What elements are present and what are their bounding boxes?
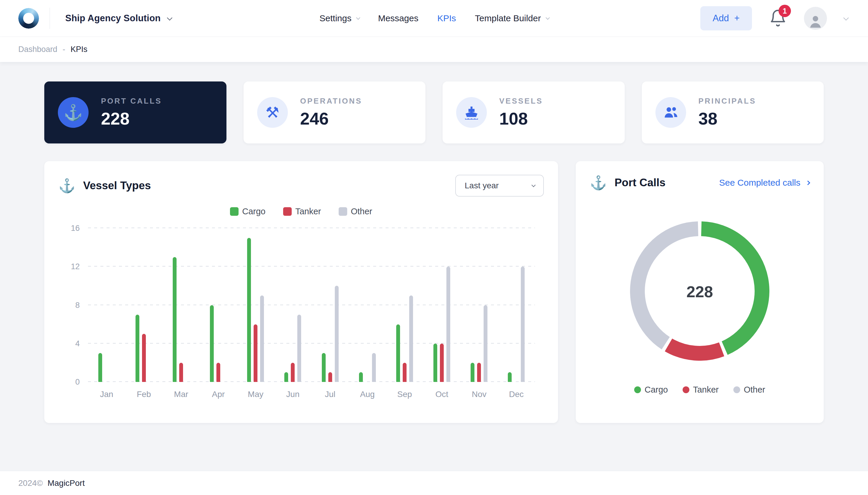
main-nav: SettingsMessagesKPIsTemplate Builder xyxy=(320,0,548,37)
bar-chart-legend: CargoTankerOther xyxy=(58,207,544,216)
anchor-icon: ⚓ xyxy=(58,97,89,128)
page-footer: 2024© MagicPort xyxy=(0,471,868,495)
bar-cargo-oct xyxy=(433,344,437,382)
nav-item-settings[interactable]: Settings xyxy=(320,13,359,23)
donut-legend: CargoTankerOther xyxy=(590,385,810,395)
kpi-card-value: 108 xyxy=(499,109,543,129)
nav-item-template-builder[interactable]: Template Builder xyxy=(475,13,548,23)
top-header: Ship Agency Solution SettingsMessagesKPI… xyxy=(0,0,868,37)
brand-name: Ship Agency Solution xyxy=(65,13,160,23)
legend-label: Tanker xyxy=(693,385,719,395)
breadcrumb-dashboard[interactable]: Dashboard xyxy=(18,45,57,54)
brand-dropdown[interactable]: Ship Agency Solution xyxy=(65,13,171,23)
legend-item-other[interactable]: Other xyxy=(339,207,372,216)
bar-tanker-feb xyxy=(142,334,146,382)
bar-group-aug xyxy=(349,228,386,382)
bar-cargo-jun xyxy=(284,372,288,382)
notifications-button[interactable]: 1 xyxy=(768,9,787,28)
kpi-card-label: PRINCIPALS xyxy=(699,97,756,106)
bar-other-jul xyxy=(335,286,339,382)
bar-group-jan xyxy=(88,228,125,382)
bar-tanker-sep xyxy=(403,363,407,382)
bar-other-sep xyxy=(409,295,413,382)
legend-item-tanker[interactable]: Tanker xyxy=(283,207,321,216)
y-axis-tick: 0 xyxy=(75,377,80,387)
people-icon xyxy=(656,97,686,128)
donut-legend-dot-cargo xyxy=(634,386,641,393)
plus-icon: + xyxy=(734,13,739,23)
x-axis-label-oct: Oct xyxy=(423,390,461,399)
period-select[interactable]: Last year xyxy=(455,175,544,197)
kpi-card-label: OPERATIONS xyxy=(300,97,362,106)
kpi-card-operations[interactable]: ⚒OPERATIONS246 xyxy=(243,82,426,143)
x-axis-label-nov: Nov xyxy=(461,390,498,399)
bar-cargo-apr xyxy=(210,305,214,382)
bar-tanker-apr xyxy=(217,363,220,382)
donut-chart: 228 xyxy=(630,221,769,362)
bar-cargo-mar xyxy=(173,257,176,382)
donut-center-value: 228 xyxy=(630,221,769,362)
bar-group-jul xyxy=(311,228,349,382)
bar-group-mar xyxy=(163,228,200,382)
donut-legend-item-tanker[interactable]: Tanker xyxy=(683,385,719,395)
header-divider xyxy=(50,8,50,29)
bar-cargo-feb xyxy=(136,315,139,382)
kpi-card-text: OPERATIONS246 xyxy=(300,97,362,129)
see-completed-calls-link[interactable]: See Completed calls xyxy=(719,178,810,188)
vessel-types-header: ⚓ Vessel Types Last year xyxy=(58,175,544,197)
chevron-down-icon xyxy=(356,16,360,20)
donut-legend-item-other[interactable]: Other xyxy=(733,385,765,395)
port-calls-header: ⚓ Port Calls See Completed calls xyxy=(590,175,810,191)
nav-item-kpis[interactable]: KPIs xyxy=(437,13,456,23)
nav-item-label: Settings xyxy=(320,13,351,23)
bar-tanker-mar xyxy=(179,363,183,382)
kpi-card-principals[interactable]: PRINCIPALS38 xyxy=(642,82,824,143)
kpi-card-value: 38 xyxy=(699,109,756,129)
port-calls-title: Port Calls xyxy=(614,176,665,189)
person-icon xyxy=(807,13,824,30)
legend-label: Other xyxy=(351,207,372,216)
breadcrumb-current: KPIs xyxy=(71,45,87,54)
bar-cargo-sep xyxy=(396,324,400,382)
bar-group-apr xyxy=(200,228,237,382)
charts-row: ⚓ Vessel Types Last year CargoTankerOthe… xyxy=(44,161,824,423)
user-avatar[interactable] xyxy=(804,7,827,30)
chevron-down-icon xyxy=(531,183,535,187)
see-completed-calls-label: See Completed calls xyxy=(719,178,800,188)
kpi-card-port-calls[interactable]: ⚓PORT CALLS228 xyxy=(44,82,226,143)
bar-other-aug xyxy=(372,353,376,382)
legend-item-cargo[interactable]: Cargo xyxy=(230,207,266,216)
x-axis-label-mar: Mar xyxy=(163,390,200,399)
vessel-types-title: Vessel Types xyxy=(83,180,151,192)
bar-group-jun xyxy=(274,228,311,382)
chevron-down-icon xyxy=(546,16,550,20)
avatar-chevron-down-icon[interactable] xyxy=(843,15,849,20)
donut-legend-dot-other xyxy=(733,386,740,393)
bar-cargo-may xyxy=(247,238,251,382)
vessel-types-card: ⚓ Vessel Types Last year CargoTankerOthe… xyxy=(44,161,558,423)
nav-item-messages[interactable]: Messages xyxy=(378,13,418,23)
y-axis-tick: 12 xyxy=(71,262,80,271)
bar-tanker-jun xyxy=(291,363,295,382)
kpi-card-value: 228 xyxy=(101,109,162,129)
bar-chart-plot: 0481216 xyxy=(88,228,535,382)
breadcrumb-separator: - xyxy=(63,45,65,54)
nav-item-label: KPIs xyxy=(437,13,456,23)
kpi-card-label: VESSELS xyxy=(499,97,543,106)
kpi-card-vessels[interactable]: VESSELS108 xyxy=(443,82,625,143)
donut-legend-dot-tanker xyxy=(683,386,690,393)
kpi-cards-row: ⚓PORT CALLS228⚒OPERATIONS246VESSELS108PR… xyxy=(44,82,824,143)
bar-group-dec xyxy=(498,228,535,382)
legend-label: Cargo xyxy=(645,385,668,395)
bar-tanker-oct xyxy=(440,344,444,382)
chevron-right-icon xyxy=(806,180,811,185)
bar-group-nov xyxy=(461,228,498,382)
anchor-icon: ⚓ xyxy=(590,175,607,191)
footer-year: 2024© xyxy=(18,478,43,488)
add-button[interactable]: Add + xyxy=(700,6,752,30)
bar-group-oct xyxy=(423,228,461,382)
magicport-logo-icon[interactable] xyxy=(18,8,39,29)
bar-other-dec xyxy=(521,267,525,382)
kpi-card-text: PORT CALLS228 xyxy=(101,97,162,129)
donut-legend-item-cargo[interactable]: Cargo xyxy=(634,385,668,395)
